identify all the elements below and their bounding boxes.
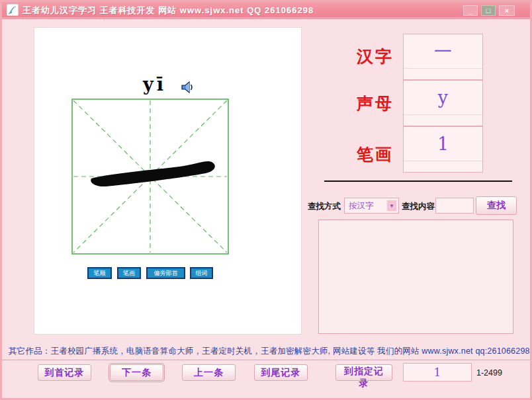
radical-button[interactable]: 偏旁部首 (146, 267, 185, 279)
record-number-input[interactable] (403, 363, 472, 381)
first-record-button[interactable]: 到首记录 (38, 364, 91, 381)
bihua-value: 1 (404, 127, 482, 161)
title-bar: 王者幼儿汉字学习 王者科技开发 网站 www.sjwx.net QQ 26106… (2, 2, 530, 19)
hanzi-label: 汉字 (357, 46, 396, 67)
hanzi-value-subrow (404, 68, 482, 79)
search-method-dropdown[interactable]: 按汉字 ▼ (344, 198, 399, 214)
shengmu-value-box: y (403, 80, 483, 126)
bihua-value-box: 1 (403, 126, 483, 173)
bihua-value-subrow (404, 161, 482, 172)
search-input[interactable] (435, 198, 474, 214)
shengmu-value-subrow (404, 114, 482, 126)
stroke-animation-button[interactable]: 笔画 (117, 267, 141, 279)
search-method-label: 查找方式 (308, 201, 341, 212)
feather-app-icon (7, 4, 19, 16)
pinyin-text: yī (125, 74, 185, 95)
hanzi-value-box: 一 (403, 34, 483, 80)
window-title: 王者幼儿汉字学习 王者科技开发 网站 www.sjwx.net QQ 26106… (22, 2, 314, 19)
word-formation-button[interactable]: 组词 (190, 267, 213, 279)
last-record-button[interactable]: 到尾记录 (254, 364, 308, 381)
next-record-button[interactable]: 下一条 (110, 364, 163, 381)
footer-divider (2, 360, 530, 361)
app-window: 王者幼儿汉字学习 王者科技开发 网站 www.sjwx.net QQ 26106… (0, 0, 532, 400)
search-results-box (318, 220, 513, 334)
promo-text: 其它作品：王者校园广播系统，电脑语音算命大师，王者定时关机，王者加密解密大师, … (9, 346, 531, 357)
stroke-order-button[interactable]: 笔顺 (87, 267, 112, 279)
character-panel: yī 笔顺 笔画 偏旁部首 组词 (34, 27, 302, 335)
close-button[interactable]: × (499, 5, 515, 16)
search-content-label: 查找内容 (402, 201, 435, 212)
search-method-selected: 按汉字 (349, 198, 374, 213)
previous-record-button[interactable]: 上一条 (182, 364, 236, 381)
search-button[interactable]: 查找 (476, 196, 517, 215)
record-range-label: 1-2499 (476, 368, 502, 378)
hanzi-value: 一 (404, 34, 482, 69)
shengmu-label: 声母 (357, 93, 396, 114)
shengmu-value: y (404, 81, 482, 115)
search-separator-line (324, 180, 512, 182)
maximize-button[interactable]: □ (481, 5, 496, 16)
chevron-down-icon[interactable]: ▼ (386, 200, 397, 212)
bihua-label: 笔画 (357, 143, 396, 165)
speaker-icon[interactable] (179, 79, 195, 95)
minimize-button[interactable]: _ (463, 5, 478, 16)
stroke-grid (71, 99, 229, 255)
goto-record-button[interactable]: 到指定记录 (335, 364, 392, 381)
